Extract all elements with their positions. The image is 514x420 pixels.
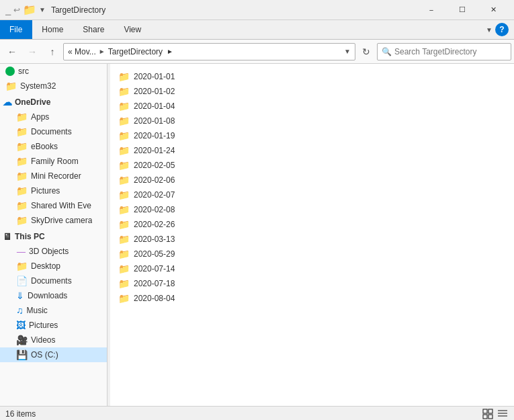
folder-icon-file: 📁 bbox=[118, 219, 130, 230]
dropdown-arrow-title[interactable]: ▼ bbox=[39, 6, 46, 13]
sidebar-item-videos[interactable]: 🎥 Videos bbox=[0, 333, 107, 347]
svg-rect-2 bbox=[483, 415, 487, 419]
file-item-2020-01-01[interactable]: 📁2020-01-01 bbox=[113, 69, 511, 84]
sidebar: src 📁 System32 ☁ OneDrive 📁 Apps 📁 Docum… bbox=[0, 64, 108, 406]
videos-icon: 🎥 bbox=[16, 335, 28, 345]
file-item-2020-02-05[interactable]: 📁2020-02-05 bbox=[113, 158, 511, 173]
file-item-2020-01-19[interactable]: 📁2020-01-19 bbox=[113, 128, 511, 143]
path-dropdown-arrow[interactable]: ▼ bbox=[344, 48, 351, 55]
sidebar-item-shared-with-eve[interactable]: 📁 Shared With Eve bbox=[0, 198, 107, 213]
sidebar-label-videos: Videos bbox=[31, 335, 55, 345]
refresh-button[interactable]: ↻ bbox=[357, 42, 376, 61]
folder-icon-file: 📁 bbox=[118, 116, 130, 126]
file-item-2020-02-07[interactable]: 📁2020-02-07 bbox=[113, 187, 511, 202]
maximize-button[interactable]: ☐ bbox=[447, 0, 478, 20]
sidebar-label-documents: Documents bbox=[31, 127, 72, 136]
file-item-name: 2020-03-13 bbox=[134, 235, 175, 244]
file-item-2020-03-13[interactable]: 📁2020-03-13 bbox=[113, 232, 511, 247]
thispc-header[interactable]: 🖥 This PC bbox=[0, 228, 107, 244]
title-bar: ⎯ ↩ 📁 ▼ TargetDirectory − ☐ ✕ bbox=[0, 0, 514, 20]
undo-icon[interactable]: ↩ bbox=[13, 5, 20, 15]
sidebar-label-ebooks: eBooks bbox=[31, 142, 58, 151]
sidebar-label-3d: 3D Objects bbox=[29, 247, 69, 256]
minimize-button[interactable]: − bbox=[416, 0, 447, 20]
path-chevron[interactable]: ► bbox=[167, 48, 173, 55]
sidebar-label-os-c: OS (C:) bbox=[31, 350, 58, 360]
sidebar-item-mini-recorder[interactable]: 📁 Mini Recorder bbox=[0, 169, 107, 183]
file-item-2020-08-04[interactable]: 📁2020-08-04 bbox=[113, 291, 511, 306]
view-controls bbox=[482, 408, 509, 420]
status-bar: 16 items bbox=[0, 406, 514, 420]
file-item-2020-01-04[interactable]: 📁2020-01-04 bbox=[113, 99, 511, 114]
sidebar-label-documents-pc: Documents bbox=[31, 276, 72, 286]
folder-icon-system32: 📁 bbox=[5, 81, 17, 91]
sidebar-item-pictures[interactable]: 📁 Pictures bbox=[0, 183, 107, 198]
sidebar-item-3d-objects[interactable]: ⸻ 3D Objects bbox=[0, 244, 107, 259]
sidebar-label-pictures-od: Pictures bbox=[31, 186, 60, 196]
large-icons-view-button[interactable] bbox=[482, 408, 494, 420]
folder-icon-ebooks: 📁 bbox=[16, 141, 28, 152]
file-item-2020-07-18[interactable]: 📁2020-07-18 bbox=[113, 276, 511, 291]
quick-access-icon[interactable]: ⎯ bbox=[5, 5, 11, 15]
sidebar-label-pictures-pc: Pictures bbox=[29, 321, 58, 330]
file-item-name: 2020-02-08 bbox=[134, 205, 175, 214]
file-item-2020-01-24[interactable]: 📁2020-01-24 bbox=[113, 143, 511, 158]
folder-icon-mini-recorder: 📁 bbox=[16, 171, 28, 181]
file-item-name: 2020-01-01 bbox=[134, 72, 175, 81]
folder-icon-file: 📁 bbox=[118, 249, 130, 259]
file-item-2020-02-06[interactable]: 📁2020-02-06 bbox=[113, 173, 511, 187]
forward-button[interactable]: → bbox=[23, 42, 42, 61]
cloud-icon: ☁ bbox=[3, 97, 12, 108]
file-item-2020-02-26[interactable]: 📁2020-02-26 bbox=[113, 217, 511, 232]
folder-icon-title: 📁 bbox=[23, 3, 36, 16]
pictures-icon: 🖼 bbox=[16, 320, 26, 331]
ribbon-chevron[interactable]: ▼ ? bbox=[480, 23, 514, 36]
folder-icon-file: 📁 bbox=[118, 130, 130, 141]
sidebar-item-documents-pc[interactable]: 📄 Documents bbox=[0, 274, 107, 288]
tab-share[interactable]: Share bbox=[73, 20, 114, 39]
search-input[interactable] bbox=[394, 47, 507, 56]
computer-icon: 🖥 bbox=[3, 231, 12, 242]
back-button[interactable]: ← bbox=[3, 42, 22, 61]
close-button[interactable]: ✕ bbox=[478, 0, 509, 20]
title-bar-icons: ⎯ ↩ 📁 ▼ bbox=[5, 3, 46, 16]
file-item-2020-07-14[interactable]: 📁2020-07-14 bbox=[113, 261, 511, 276]
details-view-button[interactable] bbox=[497, 408, 509, 420]
sidebar-label-skydrive: SkyDrive camera bbox=[31, 216, 92, 225]
sidebar-item-documents[interactable]: 📁 Documents bbox=[0, 124, 107, 139]
sidebar-item-pictures-pc[interactable]: 🖼 Pictures bbox=[0, 318, 107, 333]
sidebar-item-apps[interactable]: 📁 Apps bbox=[0, 110, 107, 124]
sidebar-item-music[interactable]: ♫ Music bbox=[0, 303, 107, 318]
sidebar-item-src[interactable]: src bbox=[0, 64, 107, 79]
file-item-2020-01-02[interactable]: 📁2020-01-02 bbox=[113, 84, 511, 99]
onedrive-header[interactable]: ☁ OneDrive bbox=[0, 93, 107, 110]
file-item-name: 2020-01-02 bbox=[134, 87, 175, 96]
help-icon[interactable]: ? bbox=[495, 23, 509, 36]
tab-file[interactable]: File bbox=[0, 20, 32, 39]
path-ellipsis[interactable]: « Mov... bbox=[68, 47, 96, 56]
folder-icon-apps: 📁 bbox=[16, 112, 28, 122]
folder-icon-file: 📁 bbox=[118, 101, 130, 112]
music-icon: ♫ bbox=[16, 305, 24, 316]
file-item-2020-01-08[interactable]: 📁2020-01-08 bbox=[113, 114, 511, 128]
path-target[interactable]: TargetDirectory bbox=[108, 47, 163, 56]
up-button[interactable]: ↑ bbox=[43, 42, 62, 61]
folder-icon-file: 📁 bbox=[118, 293, 130, 304]
file-item-2020-02-08[interactable]: 📁2020-02-08 bbox=[113, 202, 511, 217]
sidebar-item-os-c[interactable]: 💾 OS (C:) bbox=[0, 347, 107, 362]
sidebar-item-system32[interactable]: 📁 System32 bbox=[0, 79, 107, 93]
sidebar-item-downloads[interactable]: ⇓ Downloads bbox=[0, 288, 107, 303]
address-path[interactable]: « Mov... ► TargetDirectory ► ▼ bbox=[63, 43, 355, 60]
address-bar: ← → ↑ « Mov... ► TargetDirectory ► ▼ ↻ 🔍 bbox=[0, 40, 514, 64]
sidebar-item-desktop[interactable]: 📁 Desktop bbox=[0, 259, 107, 274]
file-item-name: 2020-02-26 bbox=[134, 220, 175, 229]
file-item-2020-05-29[interactable]: 📁2020-05-29 bbox=[113, 247, 511, 261]
sidebar-item-family-room[interactable]: 📁 Family Room bbox=[0, 154, 107, 169]
sidebar-item-ebooks[interactable]: 📁 eBooks bbox=[0, 139, 107, 154]
window-title: TargetDirectory bbox=[51, 5, 416, 15]
src-icon bbox=[5, 67, 15, 76]
tab-home[interactable]: Home bbox=[32, 20, 73, 39]
sidebar-item-skydrive[interactable]: 📁 SkyDrive camera bbox=[0, 213, 107, 228]
tab-view[interactable]: View bbox=[114, 20, 151, 39]
search-box[interactable]: 🔍 bbox=[377, 43, 511, 60]
